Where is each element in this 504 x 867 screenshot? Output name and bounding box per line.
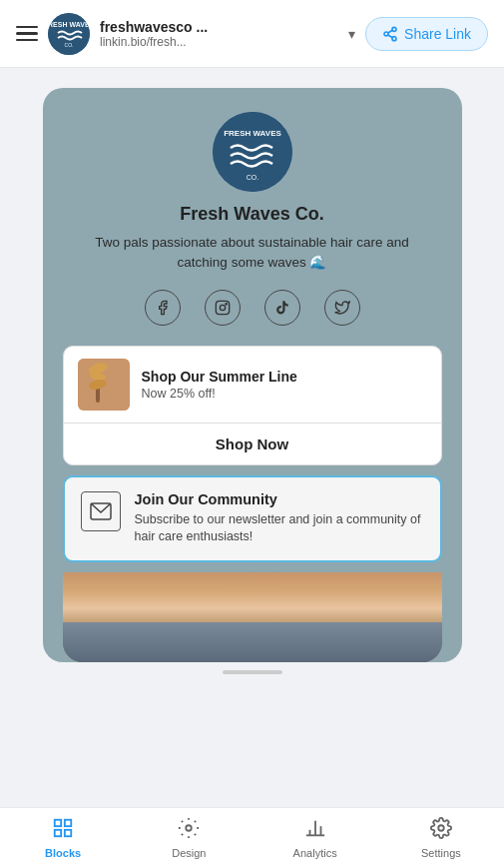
brand-avatar: FRESH WAVES CO. — [48, 13, 90, 55]
nav-item-settings[interactable]: Settings — [378, 817, 504, 859]
tiktok-icon[interactable] — [264, 290, 300, 326]
mail-icon — [81, 491, 121, 531]
profile-name: Fresh Waves Co. — [180, 204, 323, 225]
blocks-icon — [52, 817, 74, 844]
ocean-waves — [63, 622, 442, 662]
shop-title: Shop Our Summer Line — [142, 369, 297, 385]
settings-label: Settings — [421, 847, 461, 859]
design-label: Design — [172, 847, 206, 859]
svg-point-24 — [187, 825, 193, 831]
shop-link-content: Shop Our Summer Line Now 25% off! — [64, 347, 441, 423]
ocean-image-block — [63, 572, 442, 662]
chevron-down-icon[interactable]: ▾ — [348, 26, 355, 42]
svg-point-29 — [438, 825, 444, 831]
nav-item-blocks[interactable]: Blocks — [0, 817, 126, 859]
bottom-navigation: Blocks Design Analytics Se — [0, 807, 504, 867]
shop-subtitle: Now 25% off! — [142, 387, 297, 401]
design-icon — [178, 817, 200, 844]
brand-info: freshwavesco ... linkin.bio/fresh... — [100, 19, 338, 49]
brand-logo-image: FRESH WAVES CO. — [48, 13, 90, 55]
svg-rect-23 — [65, 829, 71, 835]
svg-point-3 — [392, 27, 396, 31]
analytics-icon — [304, 817, 326, 844]
share-link-label: Share Link — [404, 26, 471, 42]
svg-text:FRESH WAVES: FRESH WAVES — [224, 129, 281, 138]
shop-link-block[interactable]: Shop Our Summer Line Now 25% off! Shop N… — [63, 346, 442, 465]
svg-line-6 — [388, 35, 393, 38]
share-link-button[interactable]: Share Link — [365, 17, 488, 51]
svg-rect-22 — [55, 829, 61, 835]
svg-text:FRESH WAVES: FRESH WAVES — [48, 21, 90, 28]
svg-line-7 — [388, 30, 393, 33]
facebook-icon[interactable] — [145, 290, 181, 326]
profile-card: FRESH WAVES CO. Fresh Waves Co. Two pals… — [43, 88, 462, 662]
svg-point-13 — [226, 303, 227, 304]
shop-thumbnail — [78, 359, 130, 411]
analytics-label: Analytics — [293, 847, 337, 859]
nav-item-design[interactable]: Design — [126, 817, 252, 859]
blocks-label: Blocks — [45, 847, 81, 859]
brand-url: linkin.bio/fresh... — [100, 35, 338, 49]
community-title: Join Our Community — [135, 491, 424, 507]
top-navigation: FRESH WAVES CO. freshwavesco ... linkin.… — [0, 0, 504, 68]
profile-bio: Two pals passionate about sustainable ha… — [63, 233, 442, 274]
shop-now-button[interactable]: Shop Now — [64, 423, 441, 464]
shop-text: Shop Our Summer Line Now 25% off! — [142, 369, 297, 401]
social-icons-row — [145, 290, 360, 326]
community-block[interactable]: Join Our Community Subscribe to our news… — [63, 475, 442, 562]
svg-text:CO.: CO. — [65, 42, 74, 48]
hamburger-menu[interactable] — [16, 26, 38, 42]
svg-point-4 — [384, 32, 388, 36]
svg-text:CO.: CO. — [246, 174, 258, 181]
twitter-icon[interactable] — [324, 290, 360, 326]
svg-rect-20 — [55, 819, 61, 825]
avatar-logo: FRESH WAVES CO. — [213, 112, 292, 192]
svg-point-12 — [220, 305, 225, 310]
community-description: Subscribe to our newsletter and join a c… — [135, 511, 424, 546]
main-content: FRESH WAVES CO. Fresh Waves Co. Two pals… — [0, 68, 504, 807]
profile-avatar: FRESH WAVES CO. — [213, 112, 292, 192]
svg-point-5 — [392, 36, 396, 40]
settings-icon — [430, 817, 452, 844]
community-text: Join Our Community Subscribe to our news… — [135, 491, 424, 546]
nav-item-analytics[interactable]: Analytics — [252, 817, 378, 859]
svg-rect-11 — [216, 301, 229, 314]
share-icon — [382, 26, 398, 42]
scroll-indicator — [223, 670, 282, 674]
instagram-icon[interactable] — [205, 290, 241, 326]
svg-rect-21 — [65, 819, 71, 825]
brand-name: freshwavesco ... — [100, 19, 338, 35]
